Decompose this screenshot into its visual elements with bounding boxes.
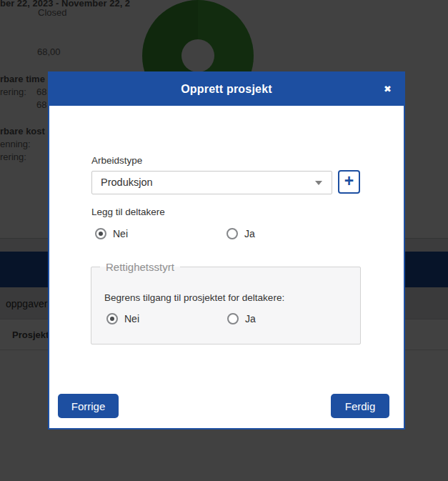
dialog-header: Opprett prosjekt ✖ [49,73,404,106]
radio-label[interactable]: Ja [245,313,256,324]
radio-label[interactable]: Ja [244,228,255,239]
rights-managed-legend: Rettighetsstyrt [100,261,180,273]
create-project-dialog: Opprett prosjekt ✖ Arbeidstype Produksjo… [48,71,405,430]
dialog-title: Opprett prosjekt [49,73,404,106]
rights-question: Begrens tilgang til prosjektet for delta… [104,292,284,303]
radio-label[interactable]: Nei [124,313,139,324]
work-type-selected-value: Produksjon [101,172,153,194]
radio-selected-icon[interactable] [95,228,106,239]
close-icon[interactable]: ✖ [384,73,392,106]
rights-radio-no[interactable]: Nei [106,313,139,324]
chevron-down-icon [315,181,322,185]
participants-radio-yes[interactable]: Ja [227,228,255,239]
finish-button[interactable]: Ferdig [331,394,389,418]
radio-unselected-icon[interactable] [227,313,239,324]
rights-radio-yes[interactable]: Ja [227,313,256,324]
back-button[interactable]: Forrige [58,394,119,418]
work-type-select[interactable]: Produksjon [91,171,332,194]
rights-managed-fieldset: Rettighetsstyrt Begrens tilgang til pros… [91,261,361,344]
radio-unselected-icon[interactable] [227,228,238,239]
participants-radio-no[interactable]: Nei [95,228,128,239]
add-work-type-button[interactable]: + [338,170,360,194]
participants-label: Legg til deltakere [91,207,165,217]
radio-selected-icon[interactable] [106,313,118,324]
plus-icon: + [344,172,354,190]
work-type-label: Arbeidstype [91,155,142,166]
radio-label[interactable]: Nei [113,228,128,239]
